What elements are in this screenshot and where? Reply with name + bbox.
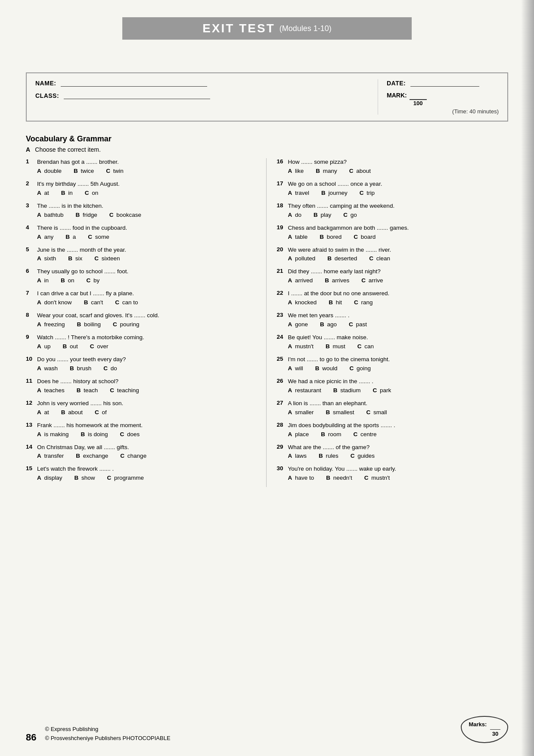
option-b: B hit: [329, 299, 342, 306]
option-letter: A: [288, 453, 292, 459]
option-letter: B: [316, 168, 320, 174]
question-text: June is the ....... month of the year.: [37, 246, 126, 254]
option-b: B six: [68, 255, 82, 262]
option-a: A will: [288, 365, 303, 372]
question-num: 21: [277, 268, 286, 276]
option-c: C board: [354, 234, 376, 240]
options: A mustn'tB mustC can: [277, 343, 509, 350]
question-13: 13Frank ....... his homework at the mome…: [26, 422, 258, 437]
copyright-line2: © Prosveshcheniye Publishers PHOTOCOPIAB…: [45, 734, 170, 743]
option-letter: C: [120, 453, 124, 459]
question-text: Frank ....... his homework at the moment…: [37, 422, 143, 430]
option-b: B needn't: [326, 475, 352, 481]
option-c: C sixteen: [94, 255, 120, 262]
option-letter: A: [288, 234, 292, 240]
question-num: 13: [26, 422, 34, 430]
option-c: C trip: [360, 190, 375, 196]
option-b: B many: [316, 168, 337, 174]
options: A don't knowB can'tC can to: [26, 299, 258, 306]
question-17: 17We go on a school ....... once a year.…: [277, 180, 509, 196]
option-letter: A: [288, 365, 292, 372]
options: A willB wouldC going: [277, 365, 509, 372]
option-letter: B: [61, 190, 65, 196]
option-letter: C: [88, 234, 92, 240]
option-a: A wash: [37, 365, 58, 372]
option-a: A in: [37, 277, 49, 284]
mark-top: [410, 92, 427, 100]
option-c: C teaching: [110, 387, 139, 394]
option-letter: A: [37, 453, 41, 459]
question-23: 23We met ten years ....... .A goneB agoC…: [277, 312, 509, 328]
option-letter: A: [37, 387, 41, 394]
options: A anyB aC some: [26, 234, 258, 240]
option-letter: C: [354, 299, 358, 306]
option-c: C change: [120, 453, 146, 459]
option-c: C of: [95, 409, 107, 415]
question-29: 29What are the ....... of the game?A law…: [277, 444, 509, 459]
option-a: A arrived: [288, 277, 313, 284]
options: A placeB roomC centre: [277, 431, 509, 437]
option-letter: B: [320, 234, 324, 240]
marks-top: [490, 720, 500, 730]
option-letter: C: [120, 431, 124, 437]
option-b: B boiling: [77, 321, 101, 328]
option-letter: B: [76, 453, 80, 459]
subtitle-text: Choose the correct item.: [35, 146, 101, 153]
question-num: 2: [26, 180, 34, 188]
question-11: 11Does he ....... history at school?A te…: [26, 378, 258, 394]
question-15: 15Let's watch the firework ....... .A di…: [26, 465, 258, 481]
date-line: DATE:: [387, 79, 499, 87]
option-letter: C: [354, 431, 358, 437]
option-letter: A: [288, 475, 292, 481]
question-num: 3: [26, 202, 34, 210]
question-text: Wear your coat, scarf and gloves. It's .…: [37, 312, 159, 320]
option-c: C pouring: [113, 321, 140, 328]
options: A goneB agoC past: [277, 321, 509, 328]
mark-line: MARK: 100: [387, 92, 499, 106]
option-letter: C: [349, 168, 354, 174]
marks-denom: 30: [492, 730, 498, 739]
option-b: B deserted: [327, 255, 357, 262]
option-letter: B: [61, 409, 65, 415]
question-num: 4: [26, 224, 34, 232]
option-a: A have to: [288, 475, 314, 481]
option-letter: C: [110, 387, 114, 394]
question-26: 26We had a nice picnic in the ....... .A…: [277, 378, 509, 394]
question-18: 18They often ....... camping at the week…: [277, 202, 509, 218]
option-c: C mustn't: [364, 475, 390, 481]
option-letter: A: [288, 387, 292, 394]
option-letter: B: [325, 277, 329, 284]
question-1: 1Brendan has got a ....... brother.A dou…: [26, 158, 258, 174]
question-text: How ....... some pizza?: [288, 158, 347, 166]
marks-box: Marks: 30: [461, 716, 508, 743]
question-num: 25: [277, 356, 286, 364]
option-letter: B: [75, 475, 79, 481]
option-letter: A: [37, 299, 41, 306]
option-a: A transfer: [37, 453, 64, 459]
option-b: B twice: [74, 168, 94, 174]
option-a: A double: [37, 168, 62, 174]
options: A washB brushC do: [26, 365, 258, 372]
info-left: NAME: CLASS:: [35, 79, 378, 115]
option-c: C park: [373, 387, 391, 394]
option-c: C by: [87, 277, 100, 284]
option-letter: C: [350, 365, 354, 372]
option-c: C rang: [354, 299, 373, 306]
option-c: C do: [103, 365, 117, 372]
question-text: We go on a school ....... once a year.: [288, 180, 382, 188]
subtitle-letter: A: [26, 146, 30, 153]
option-letter: C: [366, 409, 371, 415]
class-dots: [64, 92, 210, 99]
option-letter: B: [76, 212, 80, 218]
options: A atB aboutC of: [26, 409, 258, 415]
mark-fraction: 100: [410, 92, 427, 106]
question-num: 1: [26, 158, 34, 166]
question-text: We were afraid to swim in the ....... ri…: [288, 246, 391, 254]
option-letter: C: [373, 387, 377, 394]
question-num: 28: [277, 422, 286, 430]
option-letter: A: [288, 255, 292, 262]
option-letter: B: [63, 343, 67, 350]
question-3: 3The ....... is in the kitchen.A bathtub…: [26, 202, 258, 218]
options: A freezingB boilingC pouring: [26, 321, 258, 328]
option-b: B ago: [320, 321, 337, 328]
